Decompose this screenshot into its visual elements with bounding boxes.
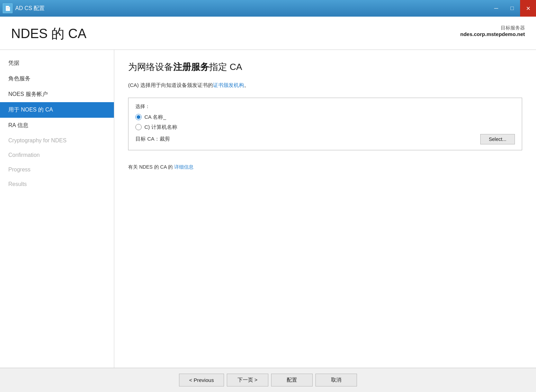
sidebar-item-role-services[interactable]: 角色服务 xyxy=(0,71,114,87)
server-label: 目标服务器 xyxy=(460,25,525,31)
server-name: ndes.corp.mstepdemo.net xyxy=(460,31,525,37)
cancel-button[interactable]: 取消 xyxy=(315,374,357,386)
radio-computer-name-input[interactable] xyxy=(135,124,142,130)
sidebar-item-confirmation: Confirmation xyxy=(0,148,114,162)
description-prefix: (CA) 选择用于向知道设备颁发证书的 xyxy=(128,82,213,88)
sidebar-item-credentials[interactable]: 凭据 xyxy=(0,55,114,71)
window-body: NDES 的 CA 目标服务器 ndes.corp.mstepdemo.net … xyxy=(0,17,536,392)
selection-label: 选择： xyxy=(135,104,515,110)
footer: < Previous 下一页 > 配置 取消 xyxy=(0,368,536,392)
previous-button[interactable]: < Previous xyxy=(179,374,224,386)
close-button[interactable]: ✕ xyxy=(520,0,536,17)
radio-ca-name-input[interactable] xyxy=(135,114,142,120)
sidebar-item-noes-account[interactable]: NOES 服务帐户 xyxy=(0,87,114,102)
description-link[interactable]: 证书颁发机构 xyxy=(213,82,244,88)
select-button[interactable]: Select... xyxy=(480,134,515,144)
heading-prefix: 为网络设备 xyxy=(128,62,173,72)
main-heading: 为网络设备注册服务指定 CA xyxy=(128,61,522,73)
header: NDES 的 CA 目标服务器 ndes.corp.mstepdemo.net xyxy=(0,17,536,50)
window-title: AD CS 配置 xyxy=(15,5,45,12)
main-panel: 为网络设备注册服务指定 CA (CA) 选择用于向知道设备颁发证书的证书颁发机构… xyxy=(114,50,536,368)
server-info: 目标服务器 ndes.corp.mstepdemo.net xyxy=(460,25,525,37)
radio-ca-name[interactable]: CA 名称_ xyxy=(135,114,515,121)
app-icon: 📄 xyxy=(3,3,12,13)
info-link-area: 有关 NDES 的 CA 的 详细信息 xyxy=(128,164,522,170)
selection-box: 选择： CA 名称_ C) 计算机名称 目标 CA：裁剪 Select... xyxy=(128,98,522,150)
titlebar: 📄 AD CS 配置 ─ □ ✕ xyxy=(0,0,536,17)
next-button[interactable]: 下一页 > xyxy=(227,374,268,386)
radio-ca-name-label: CA 名称_ xyxy=(144,114,166,121)
sidebar-item-results: Results xyxy=(0,177,114,191)
target-ca-row: 目标 CA：裁剪 Select... xyxy=(135,134,515,144)
heading-suffix: 指定 CA xyxy=(209,62,242,72)
description: (CA) 选择用于向知道设备颁发证书的证书颁发机构。 xyxy=(128,81,522,89)
info-prefix: 有关 NDES 的 CA 的 xyxy=(128,164,173,170)
content-area: 凭据 角色服务 NOES 服务帐户 用于 NOES 的 CA RA 信息 Cry… xyxy=(0,50,536,368)
sidebar: 凭据 角色服务 NOES 服务帐户 用于 NOES 的 CA RA 信息 Cry… xyxy=(0,50,114,368)
titlebar-controls: ─ □ ✕ xyxy=(488,0,536,17)
target-ca-label: 目标 CA：裁剪 xyxy=(135,136,475,142)
heading-bold: 注册服务 xyxy=(173,62,209,72)
minimize-button[interactable]: ─ xyxy=(488,0,504,17)
page-title: NDES 的 CA xyxy=(11,25,86,43)
sidebar-item-ca-for-noes[interactable]: 用于 NOES 的 CA xyxy=(0,102,114,118)
description-suffix: 。 xyxy=(244,82,249,88)
info-detail-link[interactable]: 详细信息 xyxy=(174,164,194,170)
sidebar-item-cryptography: Cryptography for NDES xyxy=(0,133,114,148)
sidebar-item-ra-info[interactable]: RA 信息 xyxy=(0,118,114,133)
radio-computer-name[interactable]: C) 计算机名称 xyxy=(135,124,515,131)
maximize-button[interactable]: □ xyxy=(504,0,520,17)
configure-button[interactable]: 配置 xyxy=(271,374,313,386)
radio-computer-name-label: C) 计算机名称 xyxy=(144,124,177,131)
titlebar-left: 📄 AD CS 配置 xyxy=(3,3,86,13)
sidebar-item-progress: Progress xyxy=(0,162,114,177)
